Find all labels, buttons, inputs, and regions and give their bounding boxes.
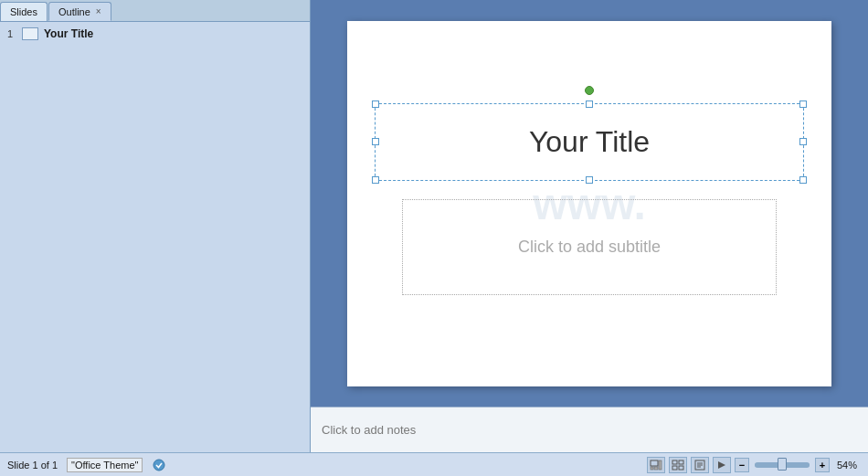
left-panel: Slides Outline × 1 Your Title: [0, 0, 311, 452]
main-area: www.: [311, 0, 868, 452]
subtitle-placeholder-text: Click to add subtitle: [518, 238, 661, 257]
zoom-level: 54%: [837, 460, 857, 471]
zoom-in-button[interactable]: +: [815, 458, 830, 472]
handle-bottom-mid[interactable]: [586, 176, 593, 184]
content-area: Slides Outline × 1 Your Title: [0, 0, 868, 452]
handle-mid-left[interactable]: [372, 138, 379, 145]
tab-outline[interactable]: Outline ×: [48, 2, 111, 21]
slide-editor-area[interactable]: www.: [311, 0, 868, 407]
zoom-out-button[interactable]: −: [735, 458, 749, 472]
tab-slides[interactable]: Slides: [0, 2, 48, 21]
status-left: Slide 1 of 1 "Office Theme": [7, 458, 166, 472]
slideshow-button[interactable]: [713, 457, 731, 473]
outline-panel: 1 Your Title: [0, 22, 310, 452]
reading-view-button[interactable]: [691, 457, 709, 473]
svg-rect-6: [679, 460, 683, 464]
svg-rect-7: [672, 466, 677, 470]
svg-point-0: [153, 460, 164, 471]
status-bar: Slide 1 of 1 "Office Theme": [0, 452, 868, 476]
outline-item-1[interactable]: 1 Your Title: [4, 26, 306, 42]
handle-top-mid[interactable]: [586, 100, 593, 108]
rotate-handle[interactable]: [585, 86, 594, 95]
notes-area[interactable]: Click to add notes: [311, 407, 868, 452]
slide-info: Slide 1 of 1: [7, 460, 58, 471]
notes-placeholder-text: Click to add notes: [322, 423, 416, 437]
app-container: Slides Outline × 1 Your Title: [0, 0, 868, 476]
zoom-slider[interactable]: [755, 462, 810, 468]
tab-close-icon[interactable]: ×: [96, 6, 101, 16]
svg-rect-2: [651, 467, 653, 470]
title-textbox[interactable]: Your Title: [375, 103, 804, 181]
design-check-icon[interactable]: [152, 458, 166, 472]
handle-bottom-left[interactable]: [372, 176, 379, 184]
slide-thumbnail-icon: [22, 27, 38, 40]
tabs-bar: Slides Outline ×: [0, 0, 310, 22]
tab-outline-label: Outline: [58, 6, 90, 17]
handle-top-left[interactable]: [372, 100, 379, 108]
handle-mid-right[interactable]: [799, 138, 807, 145]
tab-slides-label: Slides: [10, 6, 37, 17]
handle-bottom-right[interactable]: [799, 176, 807, 184]
svg-rect-8: [679, 466, 683, 470]
outline-item-title: Your Title: [44, 27, 93, 40]
subtitle-textbox[interactable]: Click to add subtitle: [402, 199, 777, 295]
svg-marker-13: [718, 461, 725, 469]
svg-rect-3: [654, 467, 658, 470]
slide-canvas[interactable]: www.: [347, 21, 831, 386]
svg-rect-5: [672, 460, 677, 464]
zoom-slider-thumb[interactable]: [778, 458, 787, 471]
status-right: − + 54%: [647, 457, 861, 473]
slide-title-text[interactable]: Your Title: [529, 125, 650, 159]
theme-badge: "Office Theme": [67, 458, 143, 472]
svg-rect-1: [651, 460, 658, 466]
normal-view-button[interactable]: [647, 457, 665, 473]
svg-rect-4: [659, 460, 662, 470]
handle-top-right[interactable]: [799, 100, 807, 108]
outline-item-number: 1: [7, 28, 18, 39]
slide-sorter-button[interactable]: [669, 457, 687, 473]
